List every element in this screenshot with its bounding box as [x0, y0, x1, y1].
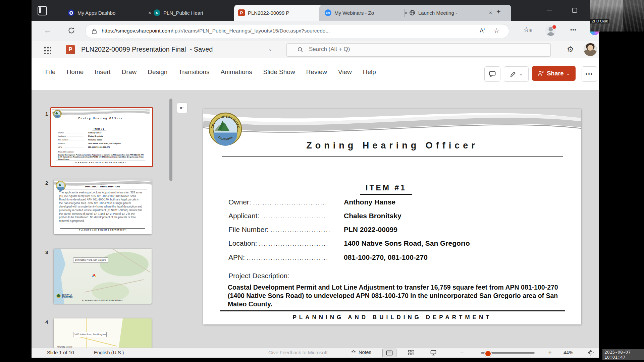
refresh-button[interactable]	[67, 26, 76, 35]
normal-view-button[interactable]	[382, 349, 396, 357]
zoom-slider-knob[interactable]	[484, 350, 492, 357]
language-indicator[interactable]: English (U.S.)	[94, 350, 124, 355]
swoosh-graphic	[203, 109, 581, 142]
fit-to-window-icon[interactable]	[588, 350, 594, 356]
screen: My Apps Dashbo ✕ s PLN_Public Heari ✕ P …	[0, 0, 644, 362]
window-minimize-button[interactable]: —	[547, 7, 552, 12]
bookmark-star-icon[interactable]: ☆	[494, 27, 499, 35]
map-callout: 1400 Native Sons, San Gregorio	[73, 332, 107, 337]
notes-button[interactable]: Notes	[351, 350, 371, 355]
browser-toolbar: ← https://smcgov.sharepoint.com/:p:/r/te…	[32, 21, 599, 41]
tab-close-icon[interactable]: ✕	[489, 10, 492, 15]
tab-my-apps-dashboard[interactable]: My Apps Dashbo ✕	[64, 5, 156, 21]
menu-draw[interactable]: Draw	[122, 68, 137, 76]
webcam-view-room: ZHO Clerk	[590, 0, 623, 32]
slide-sorter-view-button[interactable]	[405, 349, 418, 357]
profile-avatar[interactable]	[545, 25, 556, 36]
map-callout: 1400 Native Sons, San Gregorio	[73, 257, 108, 263]
menu-file[interactable]: File	[45, 68, 56, 76]
slide-title: Zoning Hearing Officer	[52, 117, 150, 119]
draw-pen-button[interactable]: ⌄	[504, 66, 529, 82]
browser-menu-icon[interactable]: •••	[570, 27, 577, 33]
thumbnail-scrollbar[interactable]	[169, 99, 172, 181]
tab-separator	[405, 9, 405, 17]
webcam-view-room-2	[623, 0, 644, 32]
thumbnail-slide-1-selected[interactable]: COUNTY OF SAN MATEO CALIFORNIA Zoning He…	[50, 107, 153, 167]
collapse-pane-button[interactable]: ⇤	[177, 103, 187, 113]
search-box[interactable]	[286, 43, 551, 57]
slide-number: 4	[45, 319, 48, 325]
address-bar[interactable]: https://smcgov.sharepoint.com/:p:/r/team…	[85, 24, 509, 38]
county-seal-icon	[56, 294, 61, 298]
menu-review[interactable]: Review	[306, 68, 327, 76]
browser-window: My Apps Dashbo ✕ s PLN_Public Heari ✕ P …	[32, 0, 599, 357]
recording-timestamp: 2025-08-07 10:01:47	[602, 349, 644, 360]
globe-icon	[409, 10, 415, 16]
ribbon-menus: File Home Insert Draw Design Transitions…	[45, 68, 376, 76]
document-title[interactable]: PLN2022-00099 Presentation Final - Saved	[81, 46, 213, 53]
menu-view[interactable]: View	[338, 68, 352, 76]
url-path: /:p:/r/teams/PLN_Public_Hearings/_layout…	[172, 28, 330, 34]
comment-icon	[489, 71, 496, 77]
footer-line	[220, 310, 565, 311]
map-pin-icon	[93, 274, 95, 276]
tab-workspaces-icon[interactable]	[38, 6, 47, 15]
app-launcher-icon[interactable]	[43, 46, 51, 54]
gear-icon[interactable]: ⚙	[567, 45, 574, 54]
account-avatar[interactable]	[584, 43, 597, 56]
comments-button[interactable]	[484, 66, 500, 82]
menu-insert[interactable]: Insert	[95, 68, 111, 76]
menu-slide-show[interactable]: Slide Show	[263, 68, 295, 76]
county-logo: COUNTY ofSAN MATEO	[56, 294, 73, 298]
favorites-hub-icon[interactable]: ☆≡	[523, 25, 531, 34]
new-tab-button[interactable]: +	[496, 8, 501, 15]
slideshow-button[interactable]	[427, 349, 440, 357]
slide-title: Zoning Hearing Officer	[203, 140, 581, 151]
back-button[interactable]: ←	[44, 25, 52, 35]
map-green-area	[115, 318, 152, 348]
notification-dot	[552, 24, 557, 29]
menu-help[interactable]: Help	[363, 68, 376, 76]
thumbnail-slide-2[interactable]: PROJECT DESCRIPTION The applicant is see…	[54, 179, 152, 234]
powerpoint-logo-icon[interactable]: P	[66, 45, 75, 54]
tab-pln-public-hearings[interactable]: s PLN_Public Heari ✕	[150, 5, 241, 21]
share-button[interactable]: Share ⌄	[532, 66, 576, 81]
webcam-overlay[interactable]: ZHO Clerk	[590, 0, 644, 32]
webcam-name-label: ZHO Clerk	[590, 19, 609, 23]
menu-design[interactable]: Design	[148, 68, 167, 76]
tab-pln2022-00099-active[interactable]: P PLN2022-00099 P ✕	[234, 5, 327, 21]
search-input[interactable]	[308, 46, 511, 53]
thumbnail-slide-1[interactable]: COUNTY OF SAN MATEO CALIFORNIA Zoning He…	[52, 109, 150, 164]
project-description-text: Coastal Development Permit and Lot Line …	[228, 283, 568, 308]
slide-counter[interactable]: Slide 1 of 10	[47, 350, 74, 355]
slide2-title: PROJECT DESCRIPTION	[54, 185, 152, 188]
title-chevron-down-icon[interactable]: ⌄	[268, 46, 272, 52]
zoom-in-button[interactable]: +	[548, 349, 552, 357]
lock-icon[interactable]	[92, 28, 97, 34]
menu-animations[interactable]: Animations	[221, 68, 252, 76]
thumbnail-slide-4[interactable]: 1400 Native Sons, San Gregorio APN#081-1…	[54, 318, 152, 348]
menu-transitions[interactable]: Transitions	[178, 68, 209, 76]
tab-my-webinars-zoom[interactable]: zm My Webinars - Zo ✕	[321, 5, 412, 21]
slide3-footer: PLANNING AND BUILDING DEPARTMENT	[54, 300, 152, 301]
slide-1-preview: COUNTY OF SAN MATEO CALIFORNIA Zoning He…	[52, 109, 150, 164]
thumbnail-slide-3[interactable]: 1400 Native Sons, San Gregorio COUNTY of…	[54, 249, 152, 304]
okta-favicon-icon	[68, 9, 74, 16]
field-applicant: Applicant: ...........................Ch…	[228, 212, 564, 222]
pen-icon	[510, 71, 517, 77]
main-slide[interactable]: COUNTY OF SAN MATEO CALIFORNIA Zoning He…	[203, 109, 581, 324]
menu-home[interactable]: Home	[67, 68, 84, 76]
ribbon-more-button[interactable]: •••	[582, 66, 597, 82]
field-owner: Owner: ...............................An…	[228, 198, 564, 208]
window-maximize-button[interactable]	[572, 8, 577, 13]
zoom-percent[interactable]: 44%	[564, 350, 573, 355]
tab-label: Launch Meeting -	[418, 10, 457, 16]
search-icon	[298, 47, 303, 53]
read-aloud-icon[interactable]: A)	[480, 27, 485, 34]
zoom-out-button[interactable]: −	[460, 350, 464, 357]
feedback-link[interactable]: Give Feedback to Microsoft	[268, 350, 328, 355]
url-text: https://smcgov.sharepoint.com/:p:/r/team…	[102, 28, 330, 34]
tab-launch-meeting[interactable]: Launch Meeting - ✕	[405, 5, 496, 21]
swoosh-graphic	[52, 109, 150, 117]
tab-label: My Apps Dashbo	[77, 10, 115, 16]
